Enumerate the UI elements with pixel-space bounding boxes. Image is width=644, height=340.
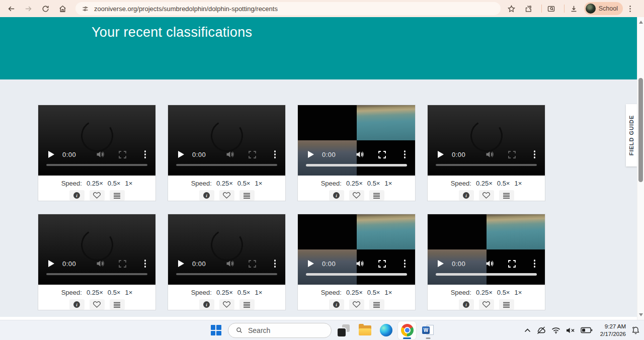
- favorite-button[interactable]: [349, 299, 364, 310]
- video-progress-bar[interactable]: [306, 164, 407, 166]
- speed-option-normal[interactable]: 1×: [384, 180, 392, 187]
- collections-button[interactable]: [110, 190, 125, 201]
- speed-option-quarter[interactable]: 0.25×: [346, 180, 363, 187]
- subject-info-button[interactable]: i: [199, 190, 214, 201]
- play-button[interactable]: [308, 151, 314, 158]
- url-text[interactable]: zooniverse.org/projects/sumbredolphin/do…: [94, 5, 278, 13]
- site-settings-icon[interactable]: [82, 5, 89, 13]
- scrollbar-down-arrow[interactable]: [639, 313, 643, 316]
- speed-option-half[interactable]: 0.5×: [497, 180, 510, 187]
- collections-button[interactable]: [369, 190, 384, 201]
- speed-option-half[interactable]: 0.5×: [367, 180, 380, 187]
- back-button[interactable]: [4, 2, 18, 16]
- fullscreen-button[interactable]: [119, 260, 126, 268]
- volume-icon[interactable]: [356, 150, 364, 158]
- speed-option-half[interactable]: 0.5×: [237, 289, 251, 296]
- start-button[interactable]: [207, 321, 225, 339]
- video-progress-bar[interactable]: [436, 273, 537, 276]
- browser-menu-kebab-icon[interactable]: [623, 2, 637, 16]
- speed-option-half[interactable]: 0.5×: [367, 289, 380, 296]
- video-menu-button[interactable]: [274, 260, 276, 268]
- play-button[interactable]: [48, 151, 54, 158]
- speed-option-normal[interactable]: 1×: [125, 180, 132, 187]
- play-button[interactable]: [308, 260, 314, 267]
- fullscreen-button[interactable]: [119, 151, 126, 158]
- video-player[interactable]: 0:00: [168, 214, 285, 285]
- edge-button[interactable]: [377, 321, 395, 339]
- subject-info-button[interactable]: i: [69, 190, 85, 201]
- bookmark-star-icon[interactable]: [505, 2, 519, 16]
- speed-option-normal[interactable]: 1×: [384, 289, 392, 296]
- fullscreen-button[interactable]: [249, 260, 256, 268]
- speed-option-quarter[interactable]: 0.25×: [476, 289, 493, 296]
- file-explorer-button[interactable]: [356, 321, 374, 339]
- video-progress-bar[interactable]: [176, 273, 277, 275]
- video-player[interactable]: 0:00: [428, 214, 545, 285]
- video-player[interactable]: 0:00: [298, 105, 415, 176]
- play-button[interactable]: [178, 260, 184, 267]
- taskbar-search[interactable]: Search: [228, 323, 332, 338]
- home-button[interactable]: [55, 2, 69, 16]
- notification-bell-icon[interactable]: [631, 326, 640, 334]
- favorite-button[interactable]: [479, 299, 494, 310]
- fullscreen-button[interactable]: [378, 151, 386, 158]
- speed-option-half[interactable]: 0.5×: [237, 180, 251, 187]
- video-player[interactable]: 0:00: [168, 105, 285, 176]
- volume-icon[interactable]: [226, 260, 234, 268]
- chrome-button[interactable]: [398, 321, 416, 339]
- speed-option-quarter[interactable]: 0.25×: [87, 180, 103, 187]
- speed-option-half[interactable]: 0.5×: [108, 289, 121, 296]
- task-view-button[interactable]: [335, 321, 353, 339]
- wifi-icon[interactable]: [551, 327, 560, 334]
- video-menu-button[interactable]: [534, 150, 536, 158]
- field-guide-tab[interactable]: FIELD GUIDE: [626, 104, 637, 166]
- collections-button[interactable]: [110, 299, 125, 310]
- speed-option-quarter[interactable]: 0.25×: [216, 289, 233, 296]
- collections-button[interactable]: [499, 190, 514, 201]
- volume-icon[interactable]: [486, 260, 494, 268]
- fullscreen-button[interactable]: [249, 151, 256, 158]
- forward-button[interactable]: [21, 2, 35, 16]
- speed-option-normal[interactable]: 1×: [125, 289, 132, 296]
- speed-option-half[interactable]: 0.5×: [497, 289, 510, 296]
- speed-option-quarter[interactable]: 0.25×: [87, 289, 103, 296]
- volume-muted-icon[interactable]: [566, 327, 575, 334]
- volume-icon[interactable]: [96, 260, 105, 268]
- word-button[interactable]: W: [419, 321, 437, 339]
- subject-info-button[interactable]: i: [329, 190, 344, 201]
- collections-button[interactable]: [369, 299, 384, 310]
- battery-icon[interactable]: [581, 327, 593, 333]
- extensions-icon[interactable]: [522, 2, 536, 16]
- volume-icon[interactable]: [486, 150, 494, 158]
- speed-option-half[interactable]: 0.5×: [108, 180, 121, 187]
- fullscreen-button[interactable]: [508, 260, 516, 268]
- onedrive-paused-icon[interactable]: [536, 326, 546, 334]
- collections-button[interactable]: [239, 299, 255, 310]
- speed-option-normal[interactable]: 1×: [255, 289, 262, 296]
- video-menu-button[interactable]: [144, 150, 146, 158]
- download-icon[interactable]: [567, 2, 581, 16]
- play-button[interactable]: [438, 151, 444, 158]
- video-player[interactable]: 0:00: [38, 105, 155, 176]
- fullscreen-button[interactable]: [508, 151, 516, 158]
- speed-option-normal[interactable]: 1×: [255, 180, 262, 187]
- subject-info-button[interactable]: i: [459, 190, 474, 201]
- video-menu-button[interactable]: [274, 150, 276, 158]
- video-progress-bar[interactable]: [436, 164, 537, 166]
- favorite-button[interactable]: [479, 190, 494, 201]
- video-menu-button[interactable]: [404, 260, 406, 268]
- favorite-button[interactable]: [349, 190, 364, 201]
- subject-info-button[interactable]: i: [69, 299, 85, 310]
- favorite-button[interactable]: [219, 299, 234, 310]
- scrollbar-thumb[interactable]: [638, 78, 643, 182]
- volume-icon[interactable]: [226, 150, 234, 158]
- page-scrollbar[interactable]: [637, 17, 644, 320]
- video-progress-bar[interactable]: [306, 273, 407, 276]
- side-search-icon[interactable]: [544, 2, 558, 16]
- play-button[interactable]: [48, 260, 54, 267]
- speed-option-normal[interactable]: 1×: [514, 289, 522, 296]
- video-progress-bar[interactable]: [176, 164, 277, 166]
- tray-clock[interactable]: 9:27 AM 2/17/2026: [600, 323, 626, 338]
- favorite-button[interactable]: [219, 190, 234, 201]
- video-player[interactable]: 0:00: [38, 214, 155, 285]
